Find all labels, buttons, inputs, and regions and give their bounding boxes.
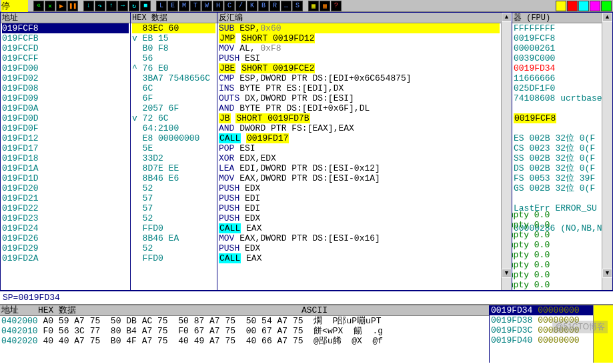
window-m-icon[interactable]: M	[179, 1, 189, 11]
tool-m-icon[interactable]	[590, 1, 600, 11]
disassembly-scrollbar[interactable]: ▲ ▼	[501, 13, 512, 290]
address-cell[interactable]: 019FD0A	[2, 103, 129, 113]
hex-cell[interactable]: 2057 6F	[132, 103, 215, 113]
disassembly-cell[interactable]: CALL EAX	[219, 253, 500, 263]
pause-icon[interactable]: ❚❚	[67, 1, 78, 11]
window-b-icon[interactable]: B	[258, 1, 269, 11]
dump-row[interactable]: 0402010 F0 56 3C 77 80 B4 A7 75 F0 67 A7…	[1, 326, 488, 336]
scroll-up-icon[interactable]: ▲	[502, 13, 512, 22]
rewind-icon[interactable]: «	[33, 1, 44, 11]
hex-cell[interactable]: 64:2100	[132, 123, 215, 133]
address-cell[interactable]: 019FD1D	[2, 173, 129, 183]
window-e-icon[interactable]: E	[167, 1, 178, 11]
hex-cell[interactable]: 57	[132, 193, 215, 203]
hex-cell[interactable]: 52	[132, 213, 215, 223]
stop-icon[interactable]: ■	[140, 1, 151, 11]
address-cell[interactable]: 019FD17	[2, 143, 129, 153]
hex-cell[interactable]: 83EC 60	[132, 23, 215, 33]
disassembly-cell[interactable]: CALL EAX	[219, 223, 500, 233]
registers-scrollbar[interactable]: ▲ ▼	[602, 13, 612, 290]
disassembly-cell[interactable]: MOV EAX,DWORD PTR DS:[ESI-0x1A]	[219, 173, 500, 183]
address-cell[interactable]: 019FD09	[2, 93, 129, 103]
disassembly-cell[interactable]: AND BYTE PTR DS:[EDI+0x6F],DL	[219, 103, 500, 113]
address-cell[interactable]: 019FD23	[2, 213, 129, 223]
disassembly-cell[interactable]: SUB ESP,0x60	[219, 23, 500, 33]
help-icon[interactable]: ?	[331, 1, 342, 11]
window-w-icon[interactable]: W	[201, 1, 212, 11]
address-cell[interactable]: 019FD22	[2, 203, 129, 213]
hex-cell[interactable]: 52	[132, 183, 215, 193]
window-k-icon[interactable]: K	[247, 1, 257, 11]
disassembly-cell[interactable]: INS BYTE PTR ES:[EDI],DX	[219, 83, 500, 93]
address-cell[interactable]: 019FD00	[2, 63, 129, 73]
disassembly-cell[interactable]: XOR EDX,EDX	[219, 153, 500, 163]
disassembly-cell[interactable]: JB SHORT 0019FD7B	[219, 113, 500, 123]
hex-cell[interactable]: 8B46 E6	[132, 173, 215, 183]
step-into-icon[interactable]: ↓	[83, 1, 94, 11]
address-cell[interactable]: 019FCFD	[2, 43, 129, 53]
address-cell[interactable]: 019FD2A	[2, 253, 129, 263]
hex-cell[interactable]: E8 00000000	[132, 133, 215, 143]
disassembly-cell[interactable]: CALL 0019FD17	[219, 133, 500, 143]
hex-cell[interactable]: 8B46 EA	[132, 233, 215, 243]
scroll-down-icon[interactable]: ▼	[502, 269, 512, 278]
hex-cell[interactable]: 57	[132, 203, 215, 213]
address-cell[interactable]: 019FCFF	[2, 53, 129, 63]
disassembly-cell[interactable]: JMP SHORT 0019FD12	[219, 33, 500, 43]
calc2-icon[interactable]: ▦	[320, 1, 330, 11]
scroll-down-icon[interactable]: ▼	[602, 269, 612, 278]
address-cell[interactable]: 019FD26	[2, 233, 129, 243]
trace-icon[interactable]: ↻	[129, 1, 139, 11]
address-cell[interactable]: 019FCF8	[2, 23, 129, 33]
hex-cell[interactable]: 6F	[132, 93, 215, 103]
disassembly-cell[interactable]: MOV EAX,DWORD PTR DS:[ESI-0x16]	[219, 233, 500, 243]
scroll-up-icon[interactable]: ▲	[602, 13, 612, 22]
address-cell[interactable]: 019FD0F	[2, 123, 129, 133]
disassembly-cell[interactable]: JBE SHORT 0019FCE2	[219, 63, 500, 73]
address-cell[interactable]: 019FD02	[2, 73, 129, 83]
hex-cell[interactable]: 5E	[132, 143, 215, 153]
address-cell[interactable]: 019FD21	[2, 193, 129, 203]
disassembly-cell[interactable]: LEA EDI,DWORD PTR DS:[ESI-0x12]	[219, 163, 500, 173]
window-t-icon[interactable]: T	[190, 1, 201, 11]
disassembly-cell[interactable]: MOV AL, 0xF8	[219, 43, 500, 53]
pause-button[interactable]: 停	[1, 0, 28, 12]
address-cell[interactable]: 019FD1A	[2, 163, 129, 173]
disassembly-cell[interactable]: CMP ESP,DWORD PTR DS:[EDI+0x6C654875]	[219, 73, 500, 83]
address-cell[interactable]: 019FD18	[2, 153, 129, 163]
step-out-icon[interactable]: ↑	[106, 1, 117, 11]
window-slash-icon[interactable]: /	[235, 1, 246, 11]
close-icon[interactable]: ✕	[45, 1, 55, 11]
dump-row[interactable]: 0402000 A0 59 A7 75 50 DB AC 75 50 87 A7…	[1, 316, 488, 326]
tool-c-icon[interactable]	[578, 1, 589, 11]
address-cell[interactable]: 019FCFB	[2, 33, 129, 43]
hex-cell[interactable]: v EB 15	[132, 33, 215, 43]
stack-row[interactable]: 0019FD34 00000000	[490, 305, 593, 315]
address-cell[interactable]: 019FD08	[2, 83, 129, 93]
play-icon[interactable]: ▶	[56, 1, 67, 11]
window-c-icon[interactable]: C	[224, 1, 235, 11]
disassembly-cell[interactable]: PUSH ESI	[219, 53, 500, 63]
disassembly-cell[interactable]: PUSH EDX	[219, 243, 500, 253]
calc-icon[interactable]: ▦	[308, 1, 319, 11]
hex-cell[interactable]: 3BA7 7548656C	[132, 73, 215, 83]
window-l-icon[interactable]: L	[156, 1, 167, 11]
window-h-icon[interactable]: H	[213, 1, 223, 11]
hex-cell[interactable]: v 72 6C	[132, 113, 215, 123]
disassembly-cell[interactable]: POP ESI	[219, 143, 500, 153]
disassembly-cell[interactable]: PUSH EDI	[219, 193, 500, 203]
disassembly-cell[interactable]: AND DWORD PTR FS:[EAX],EAX	[219, 123, 500, 133]
address-cell[interactable]: 019FD20	[2, 183, 129, 193]
hex-cell[interactable]: FFD0	[132, 223, 215, 233]
dump-row[interactable]: 0402020 40 40 A7 75 B0 4F A7 75 40 49 A7…	[1, 336, 488, 346]
hex-cell[interactable]: 56	[132, 53, 215, 63]
hex-cell[interactable]: 6C	[132, 83, 215, 93]
window-r-icon[interactable]: R	[269, 1, 280, 11]
disassembly-cell[interactable]: OUTS DX,DWORD PTR DS:[ESI]	[219, 93, 500, 103]
address-cell[interactable]: 019FD29	[2, 243, 129, 253]
tool-y-icon[interactable]	[556, 1, 566, 11]
run-to-icon[interactable]: →	[117, 1, 128, 11]
stack-row[interactable]: 0019FD40 00000000	[490, 335, 593, 345]
address-cell[interactable]: 019FD12	[2, 133, 129, 143]
hex-cell[interactable]: 33D2	[132, 153, 215, 163]
